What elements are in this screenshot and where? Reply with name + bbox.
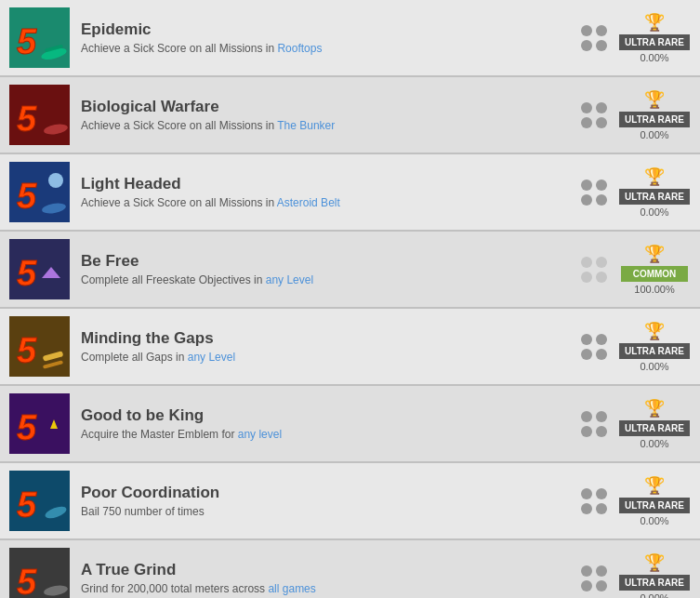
rarity-percent: 0.00% xyxy=(640,206,668,218)
achievement-desc: Complete all Gaps in any Level xyxy=(81,351,581,364)
dots-grid xyxy=(581,488,607,514)
dots-grid xyxy=(581,102,607,128)
rarity-percent: 0.00% xyxy=(640,361,668,372)
achievement-info-minding-the-gaps: Minding the Gaps Complete all Gaps in an… xyxy=(81,329,581,364)
achievement-right: 🏆 COMMON 100.00% xyxy=(581,244,691,295)
achievement-info-light-headed: Light Headed Achieve a Sick Score on all… xyxy=(81,175,581,209)
trophy-icon: 🏆 xyxy=(644,475,665,496)
dots-grid xyxy=(581,25,607,51)
rarity-badge: ULTRA RARE xyxy=(619,498,690,513)
achievement-item-be-free[interactable]: 5 Be Free Complete all Freeskate Objecti… xyxy=(0,232,700,309)
svg-text:5: 5 xyxy=(17,563,37,598)
achievement-title: Minding the Gaps xyxy=(81,329,581,348)
achievement-title: Epidemic xyxy=(81,20,581,39)
achievement-icon-be-free: 5 xyxy=(9,239,70,299)
rarity-percent: 0.00% xyxy=(640,52,668,63)
dots-grid xyxy=(581,565,607,591)
rarity-badge: ULTRA RARE xyxy=(619,189,690,205)
achievement-item-poor-coordination[interactable]: 5 Poor Coordination Bail 750 number of t… xyxy=(0,463,700,540)
rarity-box: 🏆 ULTRA RARE 0.00% xyxy=(618,475,691,526)
achievement-right: 🏆 ULTRA RARE 0.00% xyxy=(581,475,691,526)
achievement-title: Biological Warfare xyxy=(81,98,581,116)
achievement-title: A True Grind xyxy=(81,561,581,579)
dots-grid xyxy=(581,257,607,283)
achievement-desc: Complete all Freeskate Objectives in any… xyxy=(81,273,581,286)
achievement-icon-poor-coordination: 5 xyxy=(9,471,70,531)
achievement-highlight: any Level xyxy=(188,351,235,364)
achievement-right: 🏆 ULTRA RARE 0.00% xyxy=(581,89,691,140)
achievement-info-biological-warfare: Biological Warfare Achieve a Sick Score … xyxy=(81,98,581,132)
rarity-box: 🏆 ULTRA RARE 0.00% xyxy=(618,321,691,372)
achievement-item-light-headed[interactable]: 5 Light Headed Achieve a Sick Score on a… xyxy=(0,154,700,232)
achievement-icon-minding-the-gaps: 5 xyxy=(9,316,70,377)
trophy-icon: 🏆 xyxy=(644,89,665,110)
achievement-highlight: any level xyxy=(238,428,282,441)
rarity-box: 🏆 ULTRA RARE 0.00% xyxy=(618,12,691,63)
achievement-item-epidemic[interactable]: 5 Epidemic Achieve a Sick Score on all M… xyxy=(0,0,700,77)
achievement-info-be-free: Be Free Complete all Freeskate Objective… xyxy=(81,252,581,286)
achievement-desc: Achieve a Sick Score on all Missions in … xyxy=(81,196,581,209)
achievement-title: Poor Coordination xyxy=(81,484,581,502)
achievement-icon-a-true-grind: 5 xyxy=(9,548,70,598)
achievement-info-good-to-be-king: Good to be King Acquire the Master Emble… xyxy=(81,406,581,441)
achievement-desc: Bail 750 number of times xyxy=(81,505,581,518)
svg-text:5: 5 xyxy=(17,331,37,370)
dots-grid xyxy=(581,334,607,360)
achievement-right: 🏆 ULTRA RARE 0.00% xyxy=(581,166,691,218)
rarity-badge: ULTRA RARE xyxy=(619,34,690,50)
achievement-item-a-true-grind[interactable]: 5 A True Grind Grind for 200,000 total m… xyxy=(0,540,700,598)
rarity-box: 🏆 ULTRA RARE 0.00% xyxy=(618,398,691,449)
trophy-icon: 🏆 xyxy=(644,244,665,264)
svg-text:5: 5 xyxy=(17,254,37,293)
achievement-list: 5 Epidemic Achieve a Sick Score on all M… xyxy=(0,0,700,598)
achievement-title: Light Headed xyxy=(81,175,581,193)
rarity-badge: ULTRA RARE xyxy=(619,343,690,359)
rarity-badge: ULTRA RARE xyxy=(619,420,690,436)
svg-text:5: 5 xyxy=(17,100,37,139)
rarity-badge: ULTRA RARE xyxy=(619,112,690,127)
rarity-percent: 100.00% xyxy=(634,284,674,295)
achievement-info-epidemic: Epidemic Achieve a Sick Score on all Mis… xyxy=(81,20,581,55)
achievement-highlight: all games xyxy=(268,582,315,595)
achievement-desc: Achieve a Sick Score on all Missions in … xyxy=(81,119,581,132)
achievement-item-biological-warfare[interactable]: 5 Biological Warfare Achieve a Sick Scor… xyxy=(0,77,700,154)
achievement-highlight: Rooftops xyxy=(277,42,322,55)
rarity-percent: 0.00% xyxy=(640,129,668,140)
achievement-highlight: any Level xyxy=(266,273,313,286)
rarity-badge: ULTRA RARE xyxy=(619,575,690,591)
achievement-right: 🏆 ULTRA RARE 0.00% xyxy=(581,12,691,63)
svg-point-9 xyxy=(48,173,63,188)
achievement-info-a-true-grind: A True Grind Grind for 200,000 total met… xyxy=(81,561,581,595)
rarity-percent: 0.00% xyxy=(640,438,668,449)
rarity-percent: 0.00% xyxy=(640,592,668,598)
svg-text:5: 5 xyxy=(17,177,37,216)
achievement-highlight: The Bunker xyxy=(277,119,335,132)
achievement-highlight: Asteroid Belt xyxy=(277,196,340,209)
trophy-icon: 🏆 xyxy=(644,552,665,573)
dots-grid xyxy=(581,411,607,437)
trophy-icon: 🏆 xyxy=(644,12,665,33)
achievement-item-minding-the-gaps[interactable]: 5 Minding the Gaps Complete all Gaps in … xyxy=(0,309,700,386)
svg-text:5: 5 xyxy=(17,22,37,61)
rarity-box: 🏆 COMMON 100.00% xyxy=(618,244,691,295)
achievement-item-good-to-be-king[interactable]: 5 Good to be King Acquire the Master Emb… xyxy=(0,386,700,463)
trophy-icon: 🏆 xyxy=(644,321,665,341)
svg-text:5: 5 xyxy=(17,408,37,447)
achievement-title: Be Free xyxy=(81,252,581,271)
achievement-icon-light-headed: 5 xyxy=(9,162,70,222)
achievement-right: 🏆 ULTRA RARE 0.00% xyxy=(581,321,691,372)
svg-text:5: 5 xyxy=(17,485,37,525)
rarity-percent: 0.00% xyxy=(640,515,668,526)
rarity-box: 🏆 ULTRA RARE 0.00% xyxy=(618,89,691,140)
achievement-icon-good-to-be-king: 5 xyxy=(9,393,70,454)
dots-grid xyxy=(581,179,607,206)
achievement-right: 🏆 ULTRA RARE 0.00% xyxy=(581,552,691,598)
rarity-box: 🏆 ULTRA RARE 0.00% xyxy=(618,166,691,218)
achievement-desc: Achieve a Sick Score on all Missions in … xyxy=(81,42,581,55)
achievement-info-poor-coordination: Poor Coordination Bail 750 number of tim… xyxy=(81,484,581,518)
rarity-badge: COMMON xyxy=(621,266,688,282)
achievement-desc: Acquire the Master Emblem for any level xyxy=(81,428,581,441)
achievement-desc: Grind for 200,000 total meters across al… xyxy=(81,582,581,595)
trophy-icon: 🏆 xyxy=(644,398,665,419)
rarity-box: 🏆 ULTRA RARE 0.00% xyxy=(618,552,691,598)
